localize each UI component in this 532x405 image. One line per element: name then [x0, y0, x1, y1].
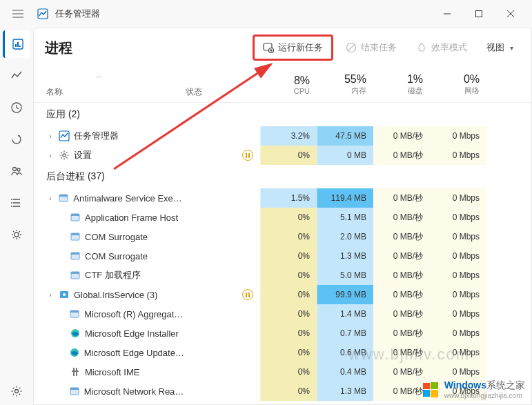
process-row[interactable]: › Microsoft Network Realtim... 0% 1.3 MB… — [34, 382, 531, 401]
sort-indicator-icon: ︿ — [96, 71, 103, 81]
memory-cell: 1.4 MB — [317, 304, 373, 324]
process-row[interactable]: › 设置 0% 0 MB 0 MB/秒 0 Mbps — [34, 146, 531, 165]
network-cell: 0 Mbps — [430, 126, 486, 146]
efficiency-mode-button[interactable]: 效率模式 — [409, 36, 474, 59]
svg-rect-42 — [72, 371, 79, 372]
status-cell — [186, 150, 260, 161]
network-cell: 0 Mbps — [430, 246, 486, 266]
nav-rail — [0, 28, 33, 405]
column-disk[interactable]: 1%磁盘 — [373, 67, 430, 102]
process-name: Application Frame Host — [85, 213, 178, 223]
process-name-cell: › 设置 — [34, 149, 186, 161]
nav-startup[interactable] — [3, 126, 30, 153]
network-cell: 0 Mbps — [430, 146, 486, 165]
toolbar: 进程 运行新任务 结束任务 效率模式 视图 ▾ — [34, 28, 531, 67]
svg-rect-27 — [71, 233, 79, 235]
network-cell: 0 Mbps — [430, 227, 486, 246]
process-row[interactable]: › Microsoft Edge Installer 0% 0.7 MB 0 M… — [34, 324, 531, 343]
svg-point-19 — [63, 154, 66, 157]
process-name-cell: › Microsoft Edge Installer — [34, 328, 186, 339]
minimize-button[interactable] — [431, 3, 463, 25]
process-row[interactable]: › Microsoft Edge Update (32... 0% 0.6 MB… — [34, 343, 531, 362]
expander-icon[interactable]: › — [46, 132, 55, 140]
process-name-cell: › Global.IrisService (3) — [34, 289, 186, 300]
titlebar: 任务管理器 — [0, 0, 532, 28]
svg-rect-20 — [246, 153, 247, 158]
process-icon — [70, 270, 81, 281]
process-row[interactable]: › 任务管理器 3.2% 47.5 MB 0 MB/秒 0 Mbps — [34, 126, 531, 146]
maximize-button[interactable] — [463, 3, 495, 25]
disk-cell: 0 MB/秒 — [373, 146, 430, 165]
cpu-cell: 0% — [260, 266, 317, 285]
svg-point-8 — [13, 168, 17, 171]
svg-point-9 — [17, 168, 20, 171]
network-cell: 0 Mbps — [430, 324, 486, 343]
process-row[interactable]: › COM Surrogate 0% 1.3 MB 0 MB/秒 0 Mbps — [34, 246, 531, 266]
process-name-cell: › Microsoft (R) Aggregator ... — [34, 308, 186, 319]
process-list[interactable]: 应用 (2) › 任务管理器 3.2% 47.5 MB 0 MB/秒 0 Mbp… — [34, 103, 531, 404]
svg-point-12 — [11, 206, 12, 207]
close-button[interactable] — [495, 3, 526, 25]
column-status[interactable]: 状态 — [186, 67, 260, 102]
svg-rect-35 — [248, 293, 250, 297]
memory-cell: 5.0 MB — [317, 266, 373, 285]
column-cpu[interactable]: 8%CPU — [260, 67, 317, 102]
svg-rect-34 — [246, 293, 247, 297]
nav-settings[interactable] — [3, 377, 30, 405]
end-task-button[interactable]: 结束任务 — [339, 36, 404, 59]
nav-processes[interactable] — [3, 30, 30, 58]
expander-icon[interactable]: › — [46, 195, 54, 202]
process-name: COM Surrogate — [85, 232, 148, 242]
view-dropdown[interactable]: 视图 ▾ — [480, 36, 520, 59]
cpu-cell: 0% — [260, 246, 317, 266]
hamburger-menu-button[interactable] — [6, 1, 30, 26]
disk-cell: 0 MB/秒 — [373, 382, 430, 401]
process-name-cell: › CTF 加载程序 — [34, 269, 186, 281]
svg-rect-25 — [71, 214, 79, 216]
cpu-cell: 0% — [260, 362, 317, 382]
process-row[interactable]: › Application Frame Host 0% 5.1 MB 0 MB/… — [34, 208, 531, 227]
network-cell: 0 Mbps — [430, 188, 486, 208]
disk-cell: 0 MB/秒 — [373, 343, 430, 362]
svg-rect-23 — [59, 195, 68, 197]
network-cell: 0 Mbps — [430, 382, 486, 401]
svg-rect-5 — [19, 46, 21, 47]
nav-details[interactable] — [3, 189, 30, 217]
disk-cell: 0 MB/秒 — [373, 126, 430, 146]
expander-icon[interactable]: › — [46, 291, 55, 299]
expander-icon[interactable]: › — [46, 152, 55, 159]
process-icon — [70, 231, 81, 242]
process-icon — [59, 150, 70, 161]
process-name-cell: › Antimalware Service Execut... — [34, 192, 186, 204]
disk-cell: 0 MB/秒 — [373, 324, 430, 343]
nav-performance[interactable] — [3, 62, 30, 90]
process-row[interactable]: › COM Surrogate 0% 2.0 MB 0 MB/秒 0 Mbps — [34, 227, 531, 246]
memory-cell: 0 MB — [317, 146, 373, 165]
process-row[interactable]: › Global.IrisService (3) 0% 99.9 MB 0 MB… — [34, 285, 531, 304]
process-row[interactable]: › Antimalware Service Execut... 1.5% 119… — [34, 188, 531, 208]
process-row[interactable]: › Microsoft IME 0% 0.4 MB 0 MB/秒 0 Mbps — [34, 362, 531, 382]
memory-cell: 0.6 MB — [317, 343, 373, 362]
column-network[interactable]: 0%网络 — [430, 67, 486, 102]
column-memory[interactable]: 55%内存 — [317, 67, 373, 102]
process-icon — [69, 308, 80, 319]
disk-cell: 0 MB/秒 — [373, 362, 430, 382]
network-cell: 0 Mbps — [430, 362, 486, 382]
process-name-cell: › 任务管理器 — [34, 130, 186, 142]
svg-point-33 — [63, 293, 66, 296]
network-cell: 0 Mbps — [430, 208, 486, 227]
cpu-cell: 0% — [260, 343, 317, 362]
process-row[interactable]: › CTF 加载程序 0% 5.0 MB 0 MB/秒 0 Mbps — [34, 266, 531, 285]
process-icon — [70, 328, 81, 339]
nav-users[interactable] — [3, 157, 30, 185]
column-name[interactable]: ︿ 名称 — [34, 67, 186, 102]
svg-rect-29 — [71, 253, 79, 255]
status-cell — [186, 289, 260, 300]
efficiency-icon — [416, 42, 427, 53]
run-new-task-button[interactable]: 运行新任务 — [253, 34, 333, 61]
disk-cell: 0 MB/秒 — [373, 208, 430, 227]
app-icon — [36, 7, 50, 21]
nav-app-history[interactable] — [3, 94, 30, 121]
process-row[interactable]: › Microsoft (R) Aggregator ... 0% 1.4 MB… — [34, 304, 531, 324]
nav-services[interactable] — [3, 221, 30, 248]
